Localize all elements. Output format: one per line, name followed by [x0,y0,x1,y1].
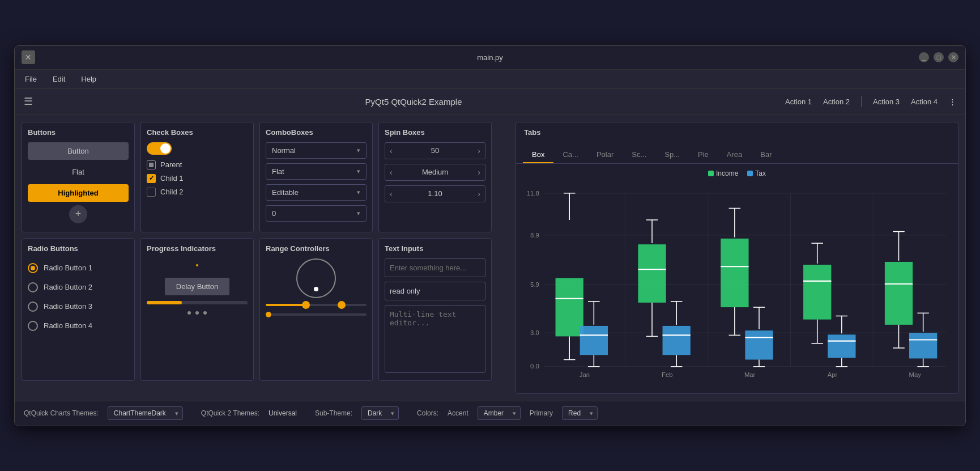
tax-legend-icon [747,171,753,176]
slider-thumb-right[interactable] [338,301,346,309]
flat-button[interactable]: Flat [28,163,129,181]
action4-button[interactable]: Action 4 [911,97,938,106]
horizontal-slider-track[interactable] [266,304,367,306]
action2-button[interactable]: Action 2 [823,97,850,106]
hamburger-menu-button[interactable]: ☰ [24,95,33,108]
spin2-left-icon[interactable]: ‹ [390,168,393,177]
slider-thumb-left[interactable] [302,301,310,309]
combo1-arrow-icon: ▾ [357,147,360,154]
radio2-row[interactable]: Radio Button 2 [28,278,129,297]
horizontal-slider-row [266,304,367,306]
text-inputs-section: Text Inputs [378,238,492,381]
child1-label: Child 1 [160,174,183,183]
spin3-right-icon[interactable]: › [478,189,480,198]
spin2-right-icon[interactable]: › [478,168,480,177]
combo1[interactable]: Normal ▾ [266,142,367,159]
delay-button[interactable]: Delay Button [165,278,229,295]
radio2-button[interactable] [28,282,38,292]
tab-bar[interactable]: Bar [751,147,781,163]
svg-rect-40 [721,238,748,307]
combo3[interactable]: Editable ▾ [266,184,367,201]
close-button[interactable]: ✕ [948,52,958,62]
minimize-button[interactable]: _ [919,52,929,62]
radio-section: Radio Buttons Radio Button 1 Radio Butto… [22,238,135,381]
titlebar: ✕ main.py _ □ ✕ [15,46,965,70]
menu-help[interactable]: Help [78,73,100,86]
tab-box[interactable]: Box [523,147,553,163]
checkboxes-title: Check Boxes [147,128,248,137]
progress-dots [147,311,248,315]
single-slider-track[interactable] [271,313,367,316]
dot1 [188,311,191,315]
parent-checkbox-row[interactable]: Parent [147,160,248,169]
tab-sc[interactable]: Sc... [623,147,655,163]
text-input-placeholder[interactable] [385,258,485,277]
radio3-row[interactable]: Radio Button 3 [28,297,129,316]
menu-file[interactable]: File [22,73,40,86]
dial-control[interactable] [296,258,336,298]
tab-ca[interactable]: Ca... [553,147,587,163]
buttons-section: Buttons Button Flat Highlighted + [22,122,135,232]
svg-text:8.9: 8.9 [530,231,539,238]
main-window: ✕ main.py _ □ ✕ File Edit Help ☰ PyQt5 Q… [14,45,966,426]
svg-rect-28 [638,244,666,303]
main-content: Buttons Button Flat Highlighted + Check … [15,115,965,401]
combo2[interactable]: Flat ▾ [266,163,367,180]
maximize-button[interactable]: □ [934,52,944,62]
spin1-left-icon[interactable]: ‹ [390,146,393,155]
progress-title: Progress Indicators [147,244,248,253]
spin3-left-icon[interactable]: ‹ [390,189,393,198]
svg-rect-64 [885,261,913,324]
progress-section: Progress Indicators Delay Button [140,238,254,381]
svg-rect-46 [745,330,773,359]
spin1-value: 50 [431,146,439,155]
svg-rect-16 [556,278,583,336]
radio1-button[interactable] [28,263,38,273]
menu-edit[interactable]: Edit [49,73,69,86]
highlighted-button[interactable]: Highlighted [28,184,129,202]
progress-bar [147,301,248,304]
svg-rect-70 [909,333,937,358]
svg-text:5.9: 5.9 [530,281,539,288]
svg-rect-52 [803,265,831,320]
tab-area[interactable]: Area [718,147,751,163]
tab-polar[interactable]: Polar [587,147,623,163]
bottom-sections-row: Radio Buttons Radio Button 1 Radio Butto… [22,238,509,381]
multiline-text-editor[interactable] [385,305,485,373]
child1-checkbox[interactable]: ✓ [147,174,156,183]
single-slider-thumb[interactable] [266,312,271,317]
child2-checkbox[interactable] [147,188,156,197]
more-actions-button[interactable]: ⋮ [949,97,956,106]
action3-button[interactable]: Action 3 [873,97,900,106]
tab-pie[interactable]: Pie [689,147,718,163]
charts-theme-select-wrapper: ChartThemeDark [108,406,183,420]
tax-legend-label: Tax [755,169,766,177]
add-button[interactable]: + [69,205,87,223]
chart-tabs: Box Ca... Polar Sc... Sp... Pie Area Bar [516,142,958,164]
charts-theme-select[interactable]: ChartThemeDark [108,406,183,420]
tab-sp[interactable]: Sp... [655,147,689,163]
child1-checkbox-row[interactable]: ✓ Child 1 [147,174,248,183]
combo1-value: Normal [272,146,296,155]
normal-button[interactable]: Button [28,142,129,160]
child2-checkbox-row[interactable]: Child 2 [147,188,248,197]
toggle-switch[interactable] [147,142,172,155]
radio1-row[interactable]: Radio Button 1 [28,258,129,278]
dial-indicator [314,287,318,291]
subtheme-label: Sub-Theme: [315,409,352,417]
primary-select[interactable]: Red [562,406,598,420]
accent-select[interactable]: Amber [478,406,521,420]
radio4-row[interactable]: Radio Button 4 [28,316,129,336]
primary-select-wrapper: Red [562,406,598,420]
spin1-right-icon[interactable]: › [478,146,480,155]
radio4-button[interactable] [28,321,38,331]
subtheme-select[interactable]: Dark [361,406,399,420]
svg-rect-22 [580,325,608,354]
checkboxes-section: Check Boxes Parent ✓ [140,122,254,232]
action1-button[interactable]: Action 1 [785,97,812,106]
left-panel: Buttons Button Flat Highlighted + Check … [22,122,509,394]
radio3-button[interactable] [28,302,38,312]
combo4[interactable]: 0 ▾ [266,205,367,222]
parent-checkbox[interactable] [147,160,156,169]
dot3 [203,311,207,315]
